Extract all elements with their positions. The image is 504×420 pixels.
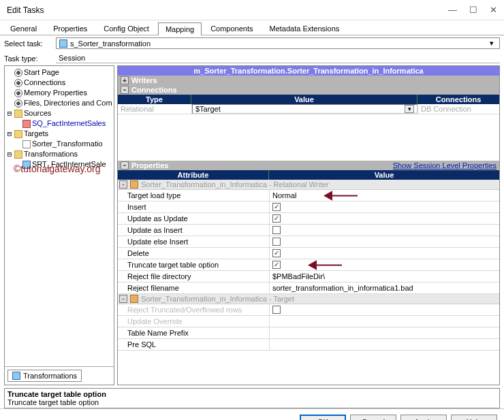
info-body: Truncate target table option: [7, 398, 497, 406]
conn-connection: DB Connection: [418, 104, 499, 114]
detail-panel: m_Sorter_Transformation.Sorter_Transform…: [117, 65, 500, 385]
property-value[interactable]: Normal: [272, 191, 296, 199]
tab-metadata-extensions[interactable]: Metadata Extensions: [262, 22, 347, 35]
dropdown-icon[interactable]: ▾: [405, 105, 414, 113]
tree-source-item[interactable]: SQ_FactInternetSales: [6, 118, 112, 129]
gear-icon: [14, 99, 22, 108]
dialog-buttons: OK Cancel Apply Help: [0, 408, 504, 420]
checkbox[interactable]: [272, 249, 281, 257]
collapse-icon[interactable]: -: [119, 180, 127, 189]
col-value: Value: [191, 95, 418, 104]
collapse-icon[interactable]: -: [121, 161, 129, 169]
property-group[interactable]: -Sorter_Transformation_in_Informatica - …: [118, 180, 499, 190]
checkbox[interactable]: [272, 306, 281, 314]
ok-button[interactable]: OK: [300, 415, 346, 421]
nav-tree: Start Page Connections Memory Properties…: [5, 66, 114, 366]
nav-sidebar: Start Page Connections Memory Properties…: [4, 65, 114, 385]
property-attr: Update as Update: [118, 214, 269, 223]
property-attr: Update as Insert: [118, 226, 269, 234]
close-icon[interactable]: ✕: [490, 5, 497, 15]
tab-properties[interactable]: Properties: [46, 22, 95, 35]
info-panel: Truncate target table option Truncate ta…: [4, 388, 500, 408]
tree-memory[interactable]: Memory Properties: [6, 88, 112, 98]
sq-icon: [22, 120, 31, 128]
checkbox[interactable]: [272, 203, 281, 211]
property-group[interactable]: -Sorter_Transformation_in_Informatica - …: [118, 294, 499, 304]
expand-icon[interactable]: +: [121, 76, 129, 84]
checkbox[interactable]: [272, 226, 281, 234]
conn-type: Relational: [118, 104, 191, 114]
transform-icon: [22, 161, 31, 169]
property-row: Delete: [118, 248, 499, 259]
sidebar-tab-transformations[interactable]: Transformations: [7, 370, 82, 382]
property-attr: Update else Insert: [118, 238, 269, 246]
apply-button[interactable]: Apply: [400, 415, 447, 421]
folder-icon: [14, 130, 22, 138]
tree-target-item[interactable]: Sorter_Transformatio: [6, 139, 112, 149]
property-value[interactable]: $PMBadFileDir\: [272, 272, 325, 280]
collapse-icon[interactable]: -: [121, 86, 129, 94]
checkbox[interactable]: [272, 261, 281, 269]
property-attr: Reject file directory: [118, 272, 269, 280]
property-row: Update as Update: [118, 213, 499, 225]
tab-components[interactable]: Components: [203, 22, 260, 35]
property-value[interactable]: sorter_transformation_in_informatica1.ba…: [272, 284, 413, 292]
gear-icon: [14, 69, 22, 77]
select-task-dropdown[interactable]: s_Sorter_transformation ▾: [56, 37, 500, 49]
properties-section[interactable]: -Properties Show Session Level Propertie…: [118, 161, 499, 170]
property-attr: Truncate target table option: [118, 261, 269, 269]
task-type-row: Task type: Session: [0, 51, 504, 65]
conn-value-input[interactable]: $Target▾: [192, 104, 418, 114]
maximize-icon[interactable]: ☐: [469, 5, 477, 15]
property-row: Update else Insert: [118, 236, 499, 248]
tab-general[interactable]: General: [3, 22, 44, 35]
tree-targets[interactable]: ⊟Targets: [6, 129, 112, 139]
minimize-icon[interactable]: —: [448, 5, 457, 15]
tab-config-object[interactable]: Config Object: [96, 22, 157, 35]
task-type-label: Task type:: [4, 54, 52, 63]
folder-icon: [14, 110, 22, 118]
sidebar-bottom-tabs: Transformations: [5, 366, 114, 385]
tree-files-dir[interactable]: Files, Directories and Com: [6, 98, 112, 108]
collapse-icon[interactable]: ⊟: [6, 129, 13, 139]
property-attr: Table Name Prefix: [118, 329, 269, 337]
target-icon: [130, 180, 138, 189]
titlebar: Edit Tasks — ☐ ✕: [0, 0, 504, 20]
collapse-icon[interactable]: ⊟: [6, 108, 13, 118]
property-row: Pre SQL: [118, 339, 499, 351]
writers-section[interactable]: +Writers: [118, 76, 499, 85]
checkbox[interactable]: [272, 238, 281, 246]
tab-mapping[interactable]: Mapping: [158, 22, 202, 35]
tree-connections[interactable]: Connections: [6, 78, 112, 88]
show-session-link[interactable]: Show Session Level Properties: [393, 161, 497, 169]
col-connections: Connections: [418, 95, 499, 104]
col-value: Value: [269, 170, 499, 180]
property-row: Reject filenamesorter_transformation_in_…: [118, 282, 499, 294]
help-button[interactable]: Help: [451, 415, 497, 421]
checkbox[interactable]: [272, 214, 281, 223]
col-attribute: Attribute: [118, 170, 269, 180]
tree-transformations[interactable]: ⊟Transformations: [6, 149, 112, 159]
property-attr: Pre SQL: [118, 340, 269, 349]
property-row: Table Name Prefix: [118, 327, 499, 339]
property-row: Update as Insert: [118, 225, 499, 236]
arrow-annotation: [308, 260, 342, 270]
property-attr: Update Override: [118, 317, 269, 325]
property-row: Reject file directory$PMBadFileDir\: [118, 271, 499, 282]
collapse-icon[interactable]: ⊟: [6, 149, 13, 159]
collapse-icon[interactable]: -: [119, 295, 127, 303]
gear-icon: [14, 79, 22, 87]
tree-start-page[interactable]: Start Page: [6, 67, 112, 78]
property-row: Update Override: [118, 316, 499, 327]
property-attr: Reject Truncated/Overflowed rows: [118, 306, 269, 314]
chevron-down-icon: ▾: [487, 39, 497, 48]
tree-sources[interactable]: ⊟Sources: [6, 108, 112, 118]
window-controls: — ☐ ✕: [448, 5, 497, 15]
cancel-button[interactable]: Cancel: [350, 415, 396, 421]
tree-trans-item[interactable]: SRT_FactInternetSale: [6, 159, 112, 169]
transform-icon: [12, 372, 20, 380]
property-row: Truncate target table option: [118, 259, 499, 271]
property-row: Reject Truncated/Overflowed rows: [118, 304, 499, 316]
mapping-header: m_Sorter_Transformation.Sorter_Transform…: [118, 66, 499, 76]
connections-section[interactable]: -Connections: [118, 85, 499, 95]
